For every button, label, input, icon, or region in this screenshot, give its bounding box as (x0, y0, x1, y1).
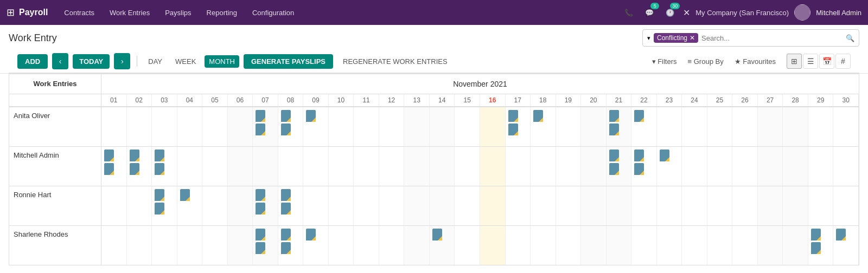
calendar-cell[interactable] (531, 147, 556, 186)
calendar-cell[interactable] (278, 107, 304, 146)
work-entry-chip[interactable] (155, 203, 164, 214)
work-entry-chip[interactable] (508, 123, 518, 135)
calendar-cell[interactable] (101, 107, 127, 146)
calendar-cell[interactable] (253, 186, 278, 225)
calendar-cell[interactable] (657, 226, 682, 265)
calendar-cell[interactable] (758, 186, 783, 225)
calendar-cell[interactable] (480, 107, 506, 146)
calendar-cell[interactable] (480, 186, 506, 225)
calendar-cell[interactable] (808, 107, 834, 146)
work-entry-chip[interactable] (256, 189, 265, 201)
calendar-cell[interactable] (631, 107, 657, 146)
calendar-cell[interactable] (707, 226, 733, 265)
calendar-cell[interactable] (531, 186, 556, 225)
view-month-button[interactable]: MONTH (205, 55, 239, 68)
calendar-cell[interactable] (506, 147, 531, 186)
calendar-cell[interactable] (581, 147, 607, 186)
work-entry-chip[interactable] (256, 203, 265, 214)
nav-configuration[interactable]: Configuration (245, 0, 302, 25)
calendar-cell[interactable] (581, 226, 607, 265)
calendar-cell[interactable] (152, 226, 177, 265)
add-button[interactable]: ADD (17, 54, 48, 69)
calendar-cell[interactable] (101, 186, 127, 225)
nav-contracts[interactable]: Contracts (56, 0, 102, 25)
calendar-cell[interactable] (682, 147, 707, 186)
calendar-cell[interactable] (228, 226, 253, 265)
calendar-cell[interactable] (581, 107, 607, 146)
calendar-cell[interactable] (228, 147, 253, 186)
calendar-cell[interactable] (707, 186, 733, 225)
calendar-cell[interactable] (354, 186, 379, 225)
work-entry-chip[interactable] (634, 150, 644, 161)
calendar-cell[interactable] (329, 147, 354, 186)
calendar-cell[interactable] (152, 186, 177, 225)
calendar-cell[interactable] (354, 147, 379, 186)
work-entry-chip[interactable] (256, 229, 265, 240)
calendar-cell[interactable] (228, 186, 253, 225)
calendar-cell[interactable] (228, 107, 253, 146)
work-entry-chip[interactable] (155, 163, 164, 175)
calendar-cell[interactable] (303, 147, 329, 186)
calendar-cell[interactable] (430, 147, 455, 186)
calendar-cell[interactable] (531, 107, 556, 146)
work-entry-chip[interactable] (634, 110, 644, 122)
calendar-cell[interactable] (127, 186, 152, 225)
calendar-cell[interactable] (531, 226, 556, 265)
calendar-cell[interactable] (202, 107, 228, 146)
calendar-cell[interactable] (202, 186, 228, 225)
work-entry-chip[interactable] (155, 189, 164, 201)
calendar-cell[interactable] (278, 186, 304, 225)
work-entry-chip[interactable] (104, 150, 114, 161)
calendar-cell[interactable] (707, 147, 733, 186)
calendar-cell[interactable] (657, 147, 682, 186)
activities-button[interactable]: 🕐 30 (662, 5, 678, 20)
calendar-cell[interactable] (404, 226, 430, 265)
work-entry-chip[interactable] (533, 110, 543, 122)
calendar-cell[interactable] (379, 186, 405, 225)
work-entry-chip[interactable] (130, 150, 139, 161)
calendar-cell[interactable] (303, 186, 329, 225)
calendar-cell[interactable] (707, 107, 733, 146)
calendar-cell[interactable] (329, 226, 354, 265)
calendar-cell[interactable] (278, 226, 304, 265)
calendar-cell[interactable] (581, 186, 607, 225)
work-entry-chip[interactable] (281, 203, 291, 214)
search-input[interactable] (701, 34, 843, 42)
calendar-cell[interactable] (682, 107, 707, 146)
nav-work-entries[interactable]: Work Entries (102, 0, 157, 25)
work-entry-chip[interactable] (281, 189, 291, 201)
calendar-cell[interactable] (177, 107, 203, 146)
calendar-cell[interactable] (631, 186, 657, 225)
work-entry-chip[interactable] (634, 163, 644, 175)
calendar-cell[interactable] (783, 147, 808, 186)
calendar-cell[interactable] (127, 147, 152, 186)
prev-button[interactable]: ‹ (52, 53, 68, 69)
calendar-cell[interactable] (253, 107, 278, 146)
calendar-cell[interactable] (430, 107, 455, 146)
calendar-cell[interactable] (607, 147, 632, 186)
calendar-cell[interactable] (657, 186, 682, 225)
calendar-cell[interactable] (732, 186, 758, 225)
calendar-cell[interactable] (833, 107, 859, 146)
calendar-cell[interactable] (455, 107, 480, 146)
calendar-cell[interactable] (732, 147, 758, 186)
calendar-cell[interactable] (379, 226, 405, 265)
calendar-cell[interactable] (455, 226, 480, 265)
view-day-button[interactable]: DAY (144, 55, 167, 68)
work-entry-chip[interactable] (609, 150, 619, 161)
work-entry-chip[interactable] (180, 189, 190, 201)
calendar-cell[interactable] (783, 107, 808, 146)
calendar-cell[interactable] (556, 186, 582, 225)
calendar-cell[interactable] (833, 226, 859, 265)
work-entry-chip[interactable] (609, 110, 619, 122)
favourites-button[interactable]: ★ Favourites (730, 55, 780, 68)
calendar-cell[interactable] (556, 226, 582, 265)
work-entry-chip[interactable] (306, 110, 316, 122)
close-button[interactable]: ✕ (683, 8, 690, 18)
work-entry-chip[interactable] (281, 110, 291, 122)
calendar-cell[interactable] (732, 226, 758, 265)
view-week-button[interactable]: WEEK (171, 55, 200, 68)
next-button[interactable]: › (114, 53, 130, 69)
calendar-cell[interactable] (177, 147, 203, 186)
regenerate-work-entries-button[interactable]: REGENERATE WORK ENTRIES (337, 55, 453, 68)
